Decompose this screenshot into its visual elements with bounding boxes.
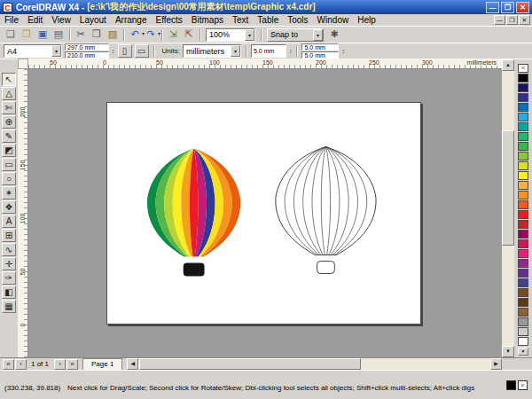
menu-table[interactable]: Table — [253, 14, 283, 26]
palette-swatch[interactable] — [518, 239, 528, 248]
undo-icon[interactable]: ↶▾ — [127, 27, 143, 42]
palette-swatch[interactable] — [518, 113, 528, 121]
palette-swatch[interactable] — [518, 132, 528, 141]
horizontal-scroll-thumb[interactable] — [139, 358, 361, 370]
menu-view[interactable]: View — [47, 14, 75, 26]
chevron-down-icon[interactable]: ▾ — [231, 45, 240, 57]
palette-swatch[interactable] — [518, 152, 528, 160]
previous-page-button[interactable]: ‹ — [15, 359, 27, 370]
paper-preset-combo[interactable]: A4 ▾ — [4, 44, 62, 58]
minimize-button[interactable]: — — [486, 2, 499, 13]
paper-width-field[interactable]: 297.0 mm — [65, 43, 109, 51]
scroll-down-icon[interactable]: ▼ — [502, 346, 514, 357]
open-icon[interactable]: ❐ — [19, 27, 35, 42]
vertical-scrollbar[interactable]: ▲ ▼ — [502, 59, 514, 357]
palette-swatch[interactable] — [518, 210, 528, 219]
balloon-basket[interactable] — [317, 262, 335, 274]
palette-swatch[interactable] — [518, 200, 528, 209]
rectangle-tool[interactable]: ▭ — [2, 158, 16, 171]
scroll-right-icon[interactable]: ▶ — [490, 358, 502, 370]
palette-swatch[interactable] — [518, 161, 528, 170]
palette-swatch[interactable] — [518, 249, 528, 258]
wireframe-balloon[interactable] — [276, 147, 376, 274]
redo-icon[interactable]: ↷▾ — [143, 27, 159, 42]
palette-swatch[interactable] — [518, 191, 528, 200]
vertical-scroll-thumb[interactable] — [502, 130, 514, 246]
outline-pen-tool[interactable]: ✑ — [2, 271, 16, 285]
document-page[interactable] — [106, 102, 421, 325]
menu-window[interactable]: Window — [313, 14, 354, 26]
snap-to-dropdown[interactable]: Snap to ▾ — [267, 28, 324, 42]
menu-file[interactable]: File — [0, 14, 23, 26]
spinner-icon[interactable]: ↕ — [289, 48, 293, 54]
palette-swatch[interactable] — [518, 83, 528, 92]
page-tab[interactable]: Page 1 — [82, 358, 122, 370]
horizontal-scrollbar[interactable]: ◀ ▶ — [127, 358, 502, 370]
menu-arrange[interactable]: Arrange — [111, 14, 152, 26]
palette-swatch[interactable] — [518, 259, 528, 268]
palette-swatch[interactable] — [518, 308, 528, 317]
close-button[interactable]: ✕ — [516, 2, 529, 13]
print-icon[interactable]: ▤ — [51, 27, 66, 42]
palette-swatch[interactable] — [518, 327, 528, 336]
palette-swatch[interactable] — [518, 93, 528, 102]
palette-swatch[interactable] — [518, 181, 528, 190]
ruler-origin[interactable] — [18, 59, 28, 69]
blend-tool[interactable]: ∿ — [2, 243, 16, 256]
palette-swatch[interactable] — [518, 317, 528, 326]
palette-swatch[interactable] — [518, 220, 528, 229]
palette-swatch[interactable] — [518, 103, 528, 112]
menu-layout[interactable]: Layout — [75, 14, 111, 26]
palette-swatch[interactable] — [518, 122, 528, 131]
chevron-down-icon[interactable]: ▾ — [245, 29, 254, 41]
table-tool[interactable]: ⊞ — [2, 229, 16, 242]
cut-icon[interactable]: ✂ — [73, 27, 89, 42]
zoom-tool[interactable]: ⊕ — [2, 115, 16, 129]
palette-swatch[interactable] — [518, 171, 528, 180]
paper-height-field[interactable]: 210.0 mm — [65, 51, 109, 59]
doc-close-button[interactable]: ✕ — [519, 15, 530, 25]
palette-swatch[interactable] — [518, 142, 528, 151]
menu-help[interactable]: Help — [353, 14, 380, 26]
new-icon[interactable]: ❏ — [3, 27, 19, 42]
spinner-icon[interactable]: ↕ — [341, 48, 345, 54]
duplicate-x-field[interactable]: 5.0 mm — [301, 43, 339, 51]
colored-balloon[interactable] — [147, 149, 240, 277]
text-tool[interactable]: A — [2, 215, 16, 228]
eyedropper-tool[interactable]: ✛ — [2, 257, 16, 270]
palette-scroll-down-icon[interactable]: ▼ — [518, 348, 528, 356]
menu-edit[interactable]: Edit — [23, 14, 47, 26]
palette-swatch[interactable] — [518, 74, 528, 82]
title-bar[interactable]: C CorelDRAW X4 - [e:\k'\我的作业\design\00常用… — [0, 0, 532, 14]
shape-tool[interactable]: △ — [2, 87, 16, 100]
freehand-tool[interactable]: ✎ — [2, 129, 16, 143]
menu-text[interactable]: Text — [228, 14, 253, 26]
landscape-button[interactable]: ▭ — [135, 44, 149, 58]
import-icon[interactable]: ⇲ — [165, 27, 181, 42]
balloon-basket[interactable] — [184, 263, 205, 277]
doc-minimize-button[interactable]: — — [494, 15, 505, 25]
spinner-icon[interactable]: ↕ — [112, 48, 115, 54]
chevron-down-icon[interactable]: ▾ — [51, 45, 61, 57]
horizontal-ruler[interactable]: millimeters 50050100150200250300 — [28, 59, 502, 69]
palette-swatch[interactable] — [518, 337, 528, 346]
zoom-level-combo[interactable]: 100% ▾ — [206, 28, 255, 42]
export-icon[interactable]: ⇱ — [181, 27, 197, 42]
next-page-button[interactable]: › — [54, 359, 66, 370]
maximize-button[interactable]: ❐ — [501, 2, 514, 13]
ellipse-tool[interactable]: ○ — [2, 172, 16, 185]
chevron-down-icon[interactable]: ▾ — [313, 29, 323, 41]
copy-icon[interactable]: ❒ — [89, 27, 105, 42]
menu-tools[interactable]: Tools — [283, 14, 312, 26]
palette-swatch-none[interactable]: ✕ — [518, 64, 528, 73]
scroll-left-icon[interactable]: ◀ — [127, 358, 138, 370]
palette-swatch[interactable] — [518, 230, 528, 239]
save-icon[interactable]: ▣ — [35, 27, 51, 42]
nudge-offset-field[interactable]: 5.0 mm — [251, 44, 286, 58]
palette-swatch[interactable] — [518, 278, 528, 287]
polygon-tool[interactable]: ✶ — [2, 186, 16, 200]
palette-swatch[interactable] — [518, 288, 528, 297]
smart-fill-tool[interactable]: ◩ — [2, 144, 16, 157]
crop-tool[interactable]: ✄ — [2, 101, 16, 114]
menu-bitmaps[interactable]: Bitmaps — [187, 14, 228, 26]
